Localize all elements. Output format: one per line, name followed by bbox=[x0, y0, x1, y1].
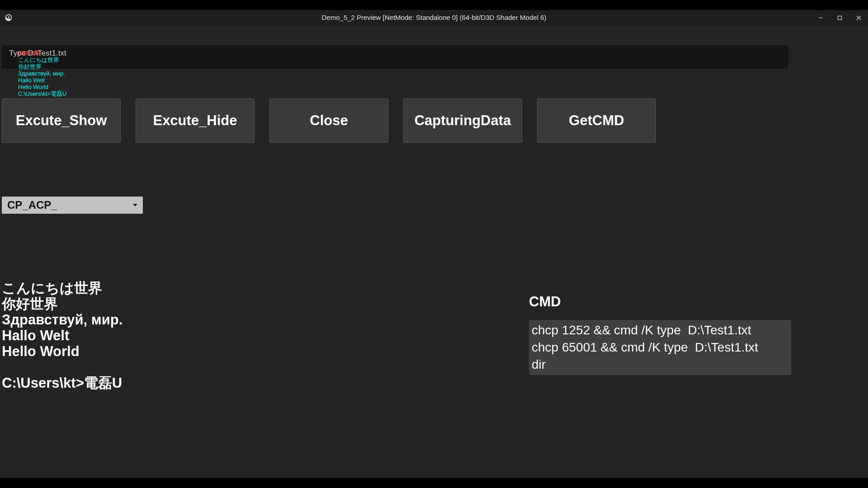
button-row: Excute_Show Excute_Hide Close CapturingD… bbox=[2, 99, 656, 143]
codepage-combobox[interactable]: CP_ACP_ bbox=[2, 197, 143, 214]
svg-rect-1 bbox=[838, 16, 841, 19]
execute-show-button[interactable]: Excute_Show bbox=[2, 99, 121, 143]
minimize-button[interactable] bbox=[811, 10, 830, 25]
debug-line: Здравствуй, мир. bbox=[18, 70, 66, 77]
viewport: Type D:\Test1.txt ERROR こんにちは世界 你好世界 Здр… bbox=[0, 25, 868, 478]
get-cmd-button[interactable]: GetCMD bbox=[537, 99, 656, 143]
close-window-button[interactable] bbox=[849, 10, 868, 25]
combobox-selected-value: CP_ACP_ bbox=[7, 199, 133, 211]
cmd-textarea[interactable]: chcp 1252 && cmd /K type D:\Test1.txt ch… bbox=[529, 320, 791, 375]
console-input[interactable]: Type D:\Test1.txt bbox=[2, 45, 788, 69]
execute-hide-button[interactable]: Excute_Hide bbox=[136, 99, 255, 143]
debug-line: Hello World bbox=[18, 84, 66, 90]
app-window: Demo_5_2 Preview [NetMode: Standalone 0]… bbox=[0, 10, 868, 478]
close-button[interactable]: Close bbox=[269, 99, 388, 143]
cmd-header: CMD bbox=[529, 294, 561, 310]
debug-line: Hallo Welt bbox=[18, 77, 66, 84]
chevron-down-icon bbox=[133, 204, 137, 206]
unreal-logo-icon bbox=[5, 13, 13, 22]
console-prompt-text: Type D:\Test1.txt bbox=[9, 48, 66, 58]
window-title: Demo_5_2 Preview [NetMode: Standalone 0]… bbox=[322, 14, 547, 21]
titlebar: Demo_5_2 Preview [NetMode: Standalone 0]… bbox=[0, 10, 868, 25]
debug-line: C:\Users\kt>電磊U bbox=[18, 90, 66, 97]
maximize-button[interactable] bbox=[830, 10, 849, 25]
output-text-block: こんにちは世界 你好世界 Здравствуй, мир. Hallo Welt… bbox=[2, 280, 123, 391]
capturing-data-button[interactable]: CapturingData bbox=[403, 99, 522, 143]
